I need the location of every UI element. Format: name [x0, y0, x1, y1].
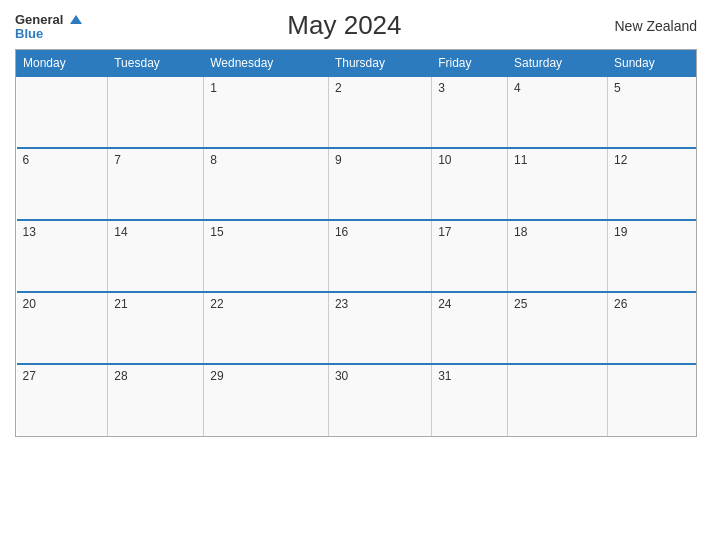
calendar-cell: 19 — [608, 220, 696, 292]
day-number: 10 — [438, 153, 451, 167]
calendar-cell: 13 — [17, 220, 108, 292]
calendar-cell: 10 — [432, 148, 508, 220]
col-saturday: Saturday — [508, 51, 608, 77]
logo-triangle-icon — [70, 15, 82, 24]
day-number: 21 — [114, 297, 127, 311]
day-number: 25 — [514, 297, 527, 311]
day-number: 5 — [614, 81, 621, 95]
calendar-cell: 12 — [608, 148, 696, 220]
day-number: 17 — [438, 225, 451, 239]
col-friday: Friday — [432, 51, 508, 77]
calendar-week-row: 12345 — [17, 76, 696, 148]
day-number: 27 — [23, 369, 36, 383]
calendar-cell: 4 — [508, 76, 608, 148]
calendar-table: Monday Tuesday Wednesday Thursday Friday… — [16, 50, 696, 436]
calendar-cell: 31 — [432, 364, 508, 436]
col-sunday: Sunday — [608, 51, 696, 77]
day-number: 16 — [335, 225, 348, 239]
calendar-cell: 23 — [328, 292, 431, 364]
day-number: 12 — [614, 153, 627, 167]
calendar-cell: 14 — [108, 220, 204, 292]
day-number: 1 — [210, 81, 217, 95]
calendar-cell: 7 — [108, 148, 204, 220]
calendar-cell: 11 — [508, 148, 608, 220]
calendar-cell: 8 — [204, 148, 329, 220]
logo-blue: Blue — [15, 27, 82, 40]
calendar-cell: 16 — [328, 220, 431, 292]
calendar-cell: 22 — [204, 292, 329, 364]
calendar-cell: 9 — [328, 148, 431, 220]
day-number: 26 — [614, 297, 627, 311]
calendar-cell — [608, 364, 696, 436]
col-thursday: Thursday — [328, 51, 431, 77]
calendar-cell: 2 — [328, 76, 431, 148]
day-number: 8 — [210, 153, 217, 167]
calendar-cell: 26 — [608, 292, 696, 364]
calendar-cell: 24 — [432, 292, 508, 364]
calendar-title: May 2024 — [82, 10, 607, 41]
calendar-cell: 5 — [608, 76, 696, 148]
calendar-cell — [108, 76, 204, 148]
day-number: 28 — [114, 369, 127, 383]
day-number: 18 — [514, 225, 527, 239]
calendar-cell: 29 — [204, 364, 329, 436]
day-number: 6 — [23, 153, 30, 167]
logo: General Blue — [15, 11, 82, 40]
day-number: 15 — [210, 225, 223, 239]
col-tuesday: Tuesday — [108, 51, 204, 77]
col-monday: Monday — [17, 51, 108, 77]
calendar-week-row: 2728293031 — [17, 364, 696, 436]
day-number: 30 — [335, 369, 348, 383]
calendar-week-row: 20212223242526 — [17, 292, 696, 364]
day-number: 29 — [210, 369, 223, 383]
calendar-week-row: 13141516171819 — [17, 220, 696, 292]
day-number: 11 — [514, 153, 527, 167]
calendar-cell — [508, 364, 608, 436]
calendar-cell: 18 — [508, 220, 608, 292]
calendar-cell: 1 — [204, 76, 329, 148]
calendar-header-row: Monday Tuesday Wednesday Thursday Friday… — [17, 51, 696, 77]
day-number: 20 — [23, 297, 36, 311]
day-number: 24 — [438, 297, 451, 311]
day-number: 3 — [438, 81, 445, 95]
calendar-cell: 27 — [17, 364, 108, 436]
calendar-cell: 30 — [328, 364, 431, 436]
calendar-cell: 25 — [508, 292, 608, 364]
day-number: 13 — [23, 225, 36, 239]
day-number: 31 — [438, 369, 451, 383]
header: General Blue May 2024 New Zealand — [15, 10, 697, 41]
calendar-cell: 28 — [108, 364, 204, 436]
calendar-cell: 15 — [204, 220, 329, 292]
calendar-cell: 20 — [17, 292, 108, 364]
day-number: 9 — [335, 153, 342, 167]
logo-general: General — [15, 11, 82, 27]
calendar-cell: 21 — [108, 292, 204, 364]
calendar-week-row: 6789101112 — [17, 148, 696, 220]
country-label: New Zealand — [607, 18, 697, 34]
calendar-page: General Blue May 2024 New Zealand Monday… — [0, 0, 712, 550]
calendar-cell: 17 — [432, 220, 508, 292]
day-number: 23 — [335, 297, 348, 311]
calendar-cell: 6 — [17, 148, 108, 220]
day-number: 2 — [335, 81, 342, 95]
calendar-container: Monday Tuesday Wednesday Thursday Friday… — [15, 49, 697, 437]
day-number: 14 — [114, 225, 127, 239]
calendar-cell — [17, 76, 108, 148]
day-number: 4 — [514, 81, 521, 95]
day-number: 22 — [210, 297, 223, 311]
day-number: 19 — [614, 225, 627, 239]
day-number: 7 — [114, 153, 121, 167]
col-wednesday: Wednesday — [204, 51, 329, 77]
calendar-cell: 3 — [432, 76, 508, 148]
